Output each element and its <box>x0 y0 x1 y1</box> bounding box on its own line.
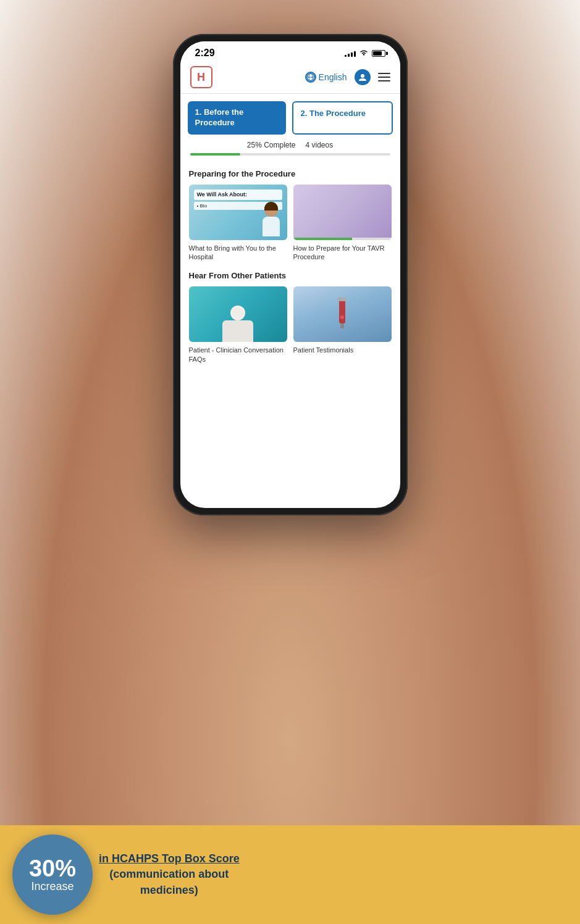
stat-percent: 30% <box>29 857 76 880</box>
char-head <box>264 203 278 217</box>
svg-rect-5 <box>340 323 344 328</box>
status-bar: 2:29 <box>180 41 400 61</box>
video-thumb-2 <box>293 185 392 240</box>
person-body <box>222 320 253 342</box>
wifi-icon <box>359 49 369 58</box>
globe-icon <box>305 72 316 83</box>
stat-increase-label: Increase <box>31 880 74 893</box>
stat-text-line1: in HCAHPS Top Box Score <box>99 851 240 867</box>
user-avatar-icon[interactable] <box>355 69 371 85</box>
signal-bar-4 <box>354 51 356 57</box>
progress-complete-text: 25% Complete <box>247 141 296 149</box>
phone-screen: 2:29 <box>180 41 400 508</box>
stat-description: in HCAHPS Top Box Score (communication a… <box>99 851 240 898</box>
video-2-label: How to Prepare for Your TAVR Procedure <box>293 244 392 262</box>
status-time: 2:29 <box>195 48 215 59</box>
thumb-progress-bar <box>293 238 392 240</box>
character-figure <box>261 203 282 240</box>
stat-line1-underline: in HCAHPS Top Box Score <box>99 852 240 865</box>
video-1-label: What to Bring with You to the Hospital <box>189 244 287 262</box>
lab-syringe-icon <box>327 296 358 333</box>
video-item-3[interactable]: Patient - Clinician Conversation FAQs <box>189 286 287 364</box>
signal-bar-1 <box>345 55 347 57</box>
menu-button[interactable] <box>378 73 390 81</box>
menu-line-1 <box>378 73 390 74</box>
svg-rect-6 <box>338 298 347 301</box>
char-hair <box>264 202 278 210</box>
person-figure <box>222 306 253 342</box>
signal-bar-3 <box>351 52 353 57</box>
video-thumb-1: We Will Ask About: • Blo <box>189 185 287 240</box>
video-thumb-4 <box>293 286 392 342</box>
progress-text: 25% Complete 4 videos <box>190 141 390 149</box>
video1-overlay-text: We Will Ask About: <box>194 189 282 201</box>
progress-bar-fill <box>190 153 240 156</box>
svg-point-3 <box>361 74 364 78</box>
menu-line-3 <box>378 80 390 81</box>
status-icons <box>345 49 385 58</box>
progress-section: 25% Complete 4 videos <box>180 135 400 162</box>
language-label: English <box>319 72 347 82</box>
tab-the-procedure[interactable]: 2. The Procedure <box>292 101 393 135</box>
video-item-4[interactable]: Patient Testimonials <box>293 286 392 364</box>
tab-before-procedure[interactable]: 1. Before the Procedure <box>188 101 286 135</box>
app-logo: H <box>190 66 212 88</box>
preparing-video-grid: We Will Ask About: • Blo What <box>189 185 392 262</box>
stat-text-line3: medicines) <box>99 883 240 898</box>
main-content: Preparing for the Procedure We Will Ask … <box>180 162 400 493</box>
lab-visual <box>293 286 392 342</box>
phone-device: 2:29 <box>173 34 408 515</box>
patients-video-grid: Patient - Clinician Conversation FAQs <box>189 286 392 364</box>
language-button[interactable]: English <box>305 72 347 83</box>
video-3-label: Patient - Clinician Conversation FAQs <box>189 346 287 364</box>
video-thumb-3 <box>189 286 287 342</box>
app-header: H English <box>180 61 400 94</box>
section-preparing-title: Preparing for the Procedure <box>189 169 392 178</box>
stat-text-line2: (communication about <box>99 867 240 882</box>
signal-bar-2 <box>348 54 350 57</box>
battery-icon <box>372 50 385 57</box>
video-4-label: Patient Testimonials <box>293 346 392 354</box>
video-item-2[interactable]: How to Prepare for Your TAVR Procedure <box>293 185 392 262</box>
svg-rect-4 <box>339 299 345 323</box>
video-item-1[interactable]: We Will Ask About: • Blo What <box>189 185 287 262</box>
phone-frame: 2:29 <box>173 34 408 515</box>
tab-navigation: 1. Before the Procedure 2. The Procedure <box>180 94 400 135</box>
stat-circle: 30% Increase <box>12 835 93 915</box>
progress-videos-text: 4 videos <box>306 141 334 149</box>
header-right: English <box>305 69 390 85</box>
person-head <box>230 306 245 320</box>
stat-section: 30% Increase in HCAHPS Top Box Score (co… <box>0 825 580 924</box>
char-body <box>263 217 280 236</box>
svg-point-7 <box>340 315 344 319</box>
section-patients-title: Hear From Other Patients <box>189 271 392 280</box>
progress-bar <box>190 153 390 156</box>
menu-line-2 <box>378 77 390 78</box>
thumb-progress-fill <box>293 238 352 240</box>
signal-icon <box>345 49 356 57</box>
